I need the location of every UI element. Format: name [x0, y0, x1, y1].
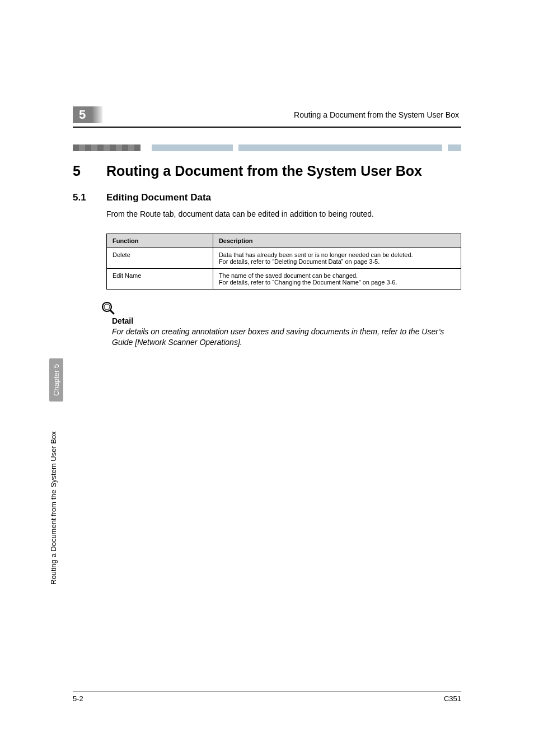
subheading-title: Editing Document Data	[106, 192, 211, 203]
svg-point-1	[104, 304, 110, 310]
function-table: Function Description Delete Data that ha…	[106, 234, 461, 290]
sub-heading: 5.1 Editing Document Data	[73, 192, 461, 203]
chapter-number: 5	[73, 106, 92, 123]
page-footer: 5-2 C351	[73, 692, 461, 703]
table-cell-function: Delete	[107, 248, 213, 268]
table-cell-description: Data that has already been sent or is no…	[213, 248, 461, 268]
intro-paragraph: From the Route tab, document data can be…	[106, 209, 461, 220]
footer-model: C351	[444, 694, 461, 703]
chapter-number-badge: 5	[73, 106, 104, 123]
detail-body: For details on creating annotation user …	[112, 326, 461, 348]
table-row: Edit Name The name of the saved document…	[107, 268, 461, 289]
page-header: 5 Routing a Document from the System Use…	[73, 106, 461, 123]
magnifier-icon	[101, 301, 461, 315]
detail-label: Detail	[112, 316, 461, 325]
table-cell-description: The name of the saved document can be ch…	[213, 268, 461, 289]
table-row: Delete Data that has already been sent o…	[107, 248, 461, 268]
heading-number: 5	[73, 162, 106, 180]
footer-page-number: 5-2	[73, 694, 83, 703]
table-header-function: Function	[107, 234, 213, 248]
table-header-description: Description	[213, 234, 461, 248]
heading-title: Routing a Document from the System User …	[106, 162, 422, 180]
svg-line-2	[110, 310, 114, 314]
subheading-number: 5.1	[73, 192, 106, 203]
sidebar-section-label: Routing a Document from the System User …	[49, 413, 58, 603]
sidebar-chapter-badge: Chapter 5	[49, 358, 63, 402]
sidebar: Chapter 5 Routing a Document from the Sy…	[49, 358, 63, 603]
main-heading: 5 Routing a Document from the System Use…	[73, 162, 461, 180]
decorative-separator	[73, 144, 461, 151]
table-cell-function: Edit Name	[107, 268, 213, 289]
footer-rule	[73, 692, 461, 693]
header-rule	[73, 127, 461, 128]
running-title: Routing a Document from the System User …	[104, 110, 461, 119]
